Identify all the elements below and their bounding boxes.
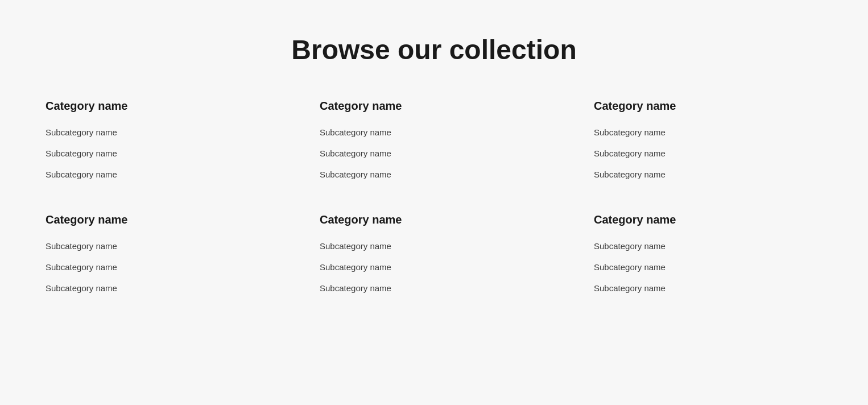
category-group-4: Category nameSubcategory nameSubcategory… — [46, 213, 274, 299]
subcategory-name-5-1[interactable]: Subcategory name — [320, 235, 548, 257]
category-name-5: Category name — [320, 213, 548, 226]
subcategory-name-2-2[interactable]: Subcategory name — [320, 143, 548, 164]
category-group-2: Category nameSubcategory nameSubcategory… — [320, 100, 548, 185]
subcategory-name-1-2[interactable]: Subcategory name — [46, 143, 274, 164]
page-title: Browse our collection — [46, 34, 822, 65]
category-group-1: Category nameSubcategory nameSubcategory… — [46, 100, 274, 185]
category-name-4: Category name — [46, 213, 274, 226]
category-name-6: Category name — [594, 213, 822, 226]
subcategory-name-4-2[interactable]: Subcategory name — [46, 257, 274, 278]
category-name-1: Category name — [46, 100, 274, 113]
subcategory-name-6-2[interactable]: Subcategory name — [594, 257, 822, 278]
category-group-3: Category nameSubcategory nameSubcategory… — [594, 100, 822, 185]
subcategory-name-2-3[interactable]: Subcategory name — [320, 164, 548, 185]
subcategory-name-1-1[interactable]: Subcategory name — [46, 122, 274, 143]
subcategory-name-1-3[interactable]: Subcategory name — [46, 164, 274, 185]
subcategory-name-5-3[interactable]: Subcategory name — [320, 278, 548, 299]
categories-grid: Category nameSubcategory nameSubcategory… — [46, 100, 822, 299]
subcategory-name-4-3[interactable]: Subcategory name — [46, 278, 274, 299]
subcategory-name-4-1[interactable]: Subcategory name — [46, 235, 274, 257]
category-group-5: Category nameSubcategory nameSubcategory… — [320, 213, 548, 299]
subcategory-name-3-3[interactable]: Subcategory name — [594, 164, 822, 185]
subcategory-name-3-1[interactable]: Subcategory name — [594, 122, 822, 143]
page-wrapper: Browse our collection Category nameSubca… — [0, 0, 868, 344]
category-group-6: Category nameSubcategory nameSubcategory… — [594, 213, 822, 299]
subcategory-name-6-1[interactable]: Subcategory name — [594, 235, 822, 257]
subcategory-name-2-1[interactable]: Subcategory name — [320, 122, 548, 143]
subcategory-name-5-2[interactable]: Subcategory name — [320, 257, 548, 278]
subcategory-name-3-2[interactable]: Subcategory name — [594, 143, 822, 164]
category-name-3: Category name — [594, 100, 822, 113]
category-name-2: Category name — [320, 100, 548, 113]
subcategory-name-6-3[interactable]: Subcategory name — [594, 278, 822, 299]
